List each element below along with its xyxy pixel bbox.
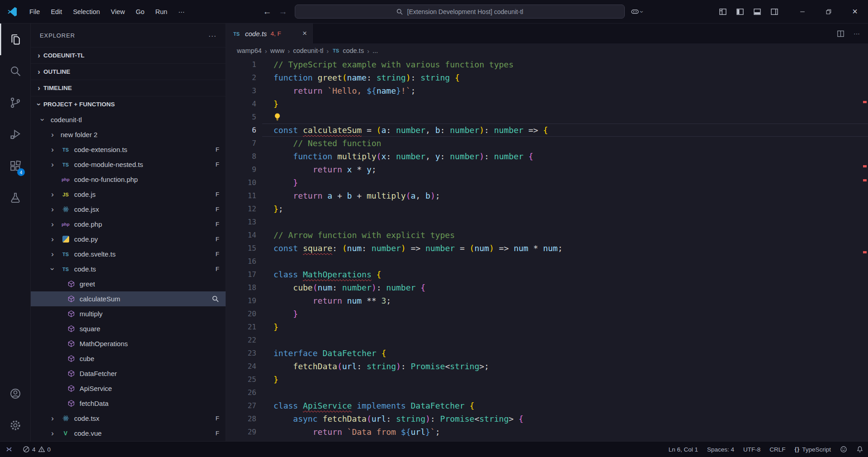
code-token: function — [274, 73, 313, 82]
close-tab-button[interactable]: × — [302, 29, 307, 38]
activity-account-button[interactable] — [0, 378, 30, 409]
activity-extensions-button[interactable]: 4 — [0, 150, 30, 182]
toggle-secondary-sidebar-button[interactable] — [768, 5, 781, 19]
activity-settings-button[interactable] — [0, 409, 30, 441]
tree-item-calculatesum[interactable]: calculateSum — [31, 291, 226, 306]
tree-item-greet[interactable]: greet — [31, 276, 226, 291]
feedback-icon[interactable] — [835, 442, 852, 457]
split-editor-button[interactable] — [837, 30, 844, 38]
encoding-status[interactable]: UTF-8 — [739, 442, 765, 457]
tree-item-codeunit-tl[interactable]: ›codeunit-tl — [31, 112, 226, 127]
eol-status[interactable]: CRLF — [765, 442, 790, 457]
tree-item-code-php[interactable]: ›phpcode.phpF — [31, 217, 226, 232]
toggle-primary-sidebar-button[interactable] — [733, 5, 747, 19]
toggle-panel-button[interactable] — [750, 5, 764, 19]
tree-item-code-jsx[interactable]: ›code.jsxF — [31, 202, 226, 217]
tree-item-code-extension-ts[interactable]: ›TScode-extension.tsF — [31, 142, 226, 157]
menu-go[interactable]: Go — [131, 5, 149, 19]
tree-item-fetchdata[interactable]: fetchData — [31, 396, 226, 411]
section-project-functions[interactable]: ›PROJECT + FUNCTIONS — [31, 96, 226, 112]
menu-run[interactable]: Run — [151, 5, 173, 19]
activity-search-button[interactable] — [0, 55, 30, 87]
tree-item-label: code-no-function.php — [74, 176, 138, 183]
remote-indicator[interactable] — [0, 442, 18, 457]
breadcrumb-item-www[interactable]: www — [270, 47, 284, 54]
chevron-icon: › — [48, 429, 57, 437]
tree-item-code-module-nested-ts[interactable]: ›TScode-module-nested.tsF — [31, 157, 226, 172]
section-codeunit-tl[interactable]: ›CODEUNIT-TL — [31, 47, 226, 63]
tree-item-square[interactable]: square — [31, 321, 226, 336]
restore-button[interactable] — [816, 0, 842, 24]
explorer-more-actions-button[interactable]: ··· — [208, 32, 217, 39]
editor-more-actions-button[interactable]: ··· — [854, 30, 860, 37]
breadcrumb-item-code-ts[interactable]: TScode.ts — [332, 47, 364, 55]
section-outline[interactable]: ›OUTLINE — [31, 63, 226, 80]
overview-ruler-error-mark — [863, 251, 867, 253]
code-token: a — [381, 125, 386, 135]
menu-overflow-button[interactable]: ··· — [173, 5, 190, 19]
file-decoration-badge: F — [216, 221, 219, 228]
code-token: : — [332, 283, 342, 292]
close-window-button[interactable]: × — [842, 0, 868, 24]
tree-item-code-svelte-ts[interactable]: ›TScode.svelte.tsF — [31, 247, 226, 262]
back-button[interactable]: ← — [263, 7, 272, 17]
code-token: ` — [430, 427, 435, 437]
tree-item-code-ts[interactable]: ›TScode.tsF — [31, 262, 226, 276]
breadcrumb-item-codeunit-tl[interactable]: codeunit-tl — [293, 47, 323, 54]
menu-selection[interactable]: Selection — [68, 5, 105, 19]
breadcrumb-item-[interactable]: ... — [373, 47, 378, 54]
braces-icon: {} — [794, 446, 800, 452]
activity-explorer-button[interactable] — [0, 24, 30, 55]
activity-run-debug-button[interactable] — [0, 119, 30, 150]
tree-item-code-vue[interactable]: ›Vcode.vueF — [31, 426, 226, 441]
notifications-bell-icon[interactable] — [852, 442, 868, 457]
code-editor[interactable]: 1234567891011121314151617181920212223242… — [226, 58, 868, 441]
tree-item-new-folder-2[interactable]: ›new folder 2 — [31, 127, 226, 142]
tree-item-code-tsx[interactable]: ›code.tsxF — [31, 411, 226, 426]
code-token: y — [435, 152, 440, 161]
tree-item-code-py[interactable]: ›code.pyF — [31, 232, 226, 247]
indentation-status[interactable]: Spaces: 4 — [703, 442, 739, 457]
overview-ruler[interactable] — [862, 58, 868, 441]
tab-code-ts[interactable]: TS code.ts 4, F × — [226, 24, 313, 43]
cursor-position-status[interactable]: Ln 6, Col 1 — [664, 442, 703, 457]
code-token: number — [372, 243, 401, 253]
breadcrumb-item-wamp64[interactable]: wamp64 — [237, 47, 262, 54]
code-token — [274, 440, 293, 441]
tree-item-apiservice[interactable]: ApiService — [31, 381, 226, 396]
tree-item-code-js[interactable]: ›JScode.jsF — [31, 187, 226, 202]
code-token: Promise — [411, 362, 445, 371]
file-decoration-badge: F — [216, 206, 219, 213]
code-token: { — [420, 283, 425, 292]
file-decoration-badge: F — [216, 430, 219, 437]
tree-item-label: greet — [80, 280, 95, 288]
language-mode-status[interactable]: {} TypeScript — [790, 442, 835, 457]
copilot-button[interactable]: › — [630, 7, 643, 16]
menu-file[interactable]: File — [24, 5, 45, 19]
code-token: 3 — [381, 296, 386, 305]
forward-button[interactable]: → — [279, 7, 288, 17]
section-timeline[interactable]: ›TIMELINE — [31, 80, 226, 96]
tree-item-datafetcher[interactable]: DataFetcher — [31, 366, 226, 381]
minimize-button[interactable] — [789, 0, 816, 24]
customize-layout-button[interactable] — [716, 5, 730, 19]
tree-item-multiply[interactable]: multiply — [31, 306, 226, 321]
code-token — [274, 362, 293, 371]
code-token — [352, 401, 357, 410]
tree-item-mathoperations[interactable]: MathOperations — [31, 336, 226, 351]
command-center-search[interactable]: [Extension Development Host] codeunit-tl — [295, 5, 625, 19]
breadcrumb-label: www — [270, 47, 284, 54]
code-token: : — [440, 152, 450, 161]
problems-status[interactable]: 4 0 — [18, 442, 55, 457]
activity-source-control-button[interactable] — [0, 87, 30, 119]
menu-edit[interactable]: Edit — [46, 5, 67, 19]
tree-item-code-no-function-php[interactable]: phpcode-no-function.php — [31, 172, 226, 187]
search-icon[interactable] — [212, 295, 219, 303]
menu-view[interactable]: View — [106, 5, 130, 19]
lightbulb-icon[interactable] — [273, 113, 282, 121]
code-line-11: return a + b + multiply(a, b); — [262, 189, 868, 202]
tree-item-cube[interactable]: cube — [31, 351, 226, 366]
code-lines[interactable]: // TypeScript example with various funct… — [262, 58, 868, 441]
activity-testing-button[interactable] — [0, 182, 30, 214]
gutter[interactable]: 1234567891011121314151617181920212223242… — [226, 58, 262, 441]
